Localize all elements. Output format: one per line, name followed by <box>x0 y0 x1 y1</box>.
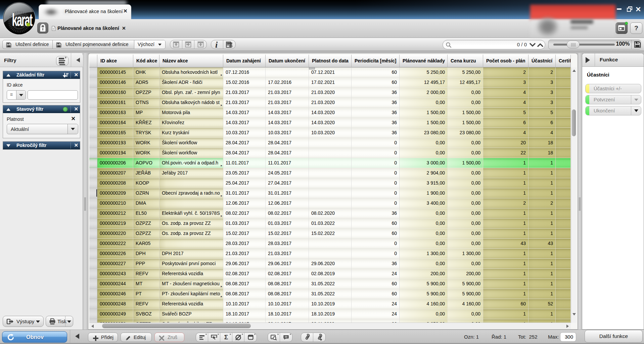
svg-text:karat: karat <box>12 10 33 30</box>
svg-text:i: i <box>215 40 218 49</box>
